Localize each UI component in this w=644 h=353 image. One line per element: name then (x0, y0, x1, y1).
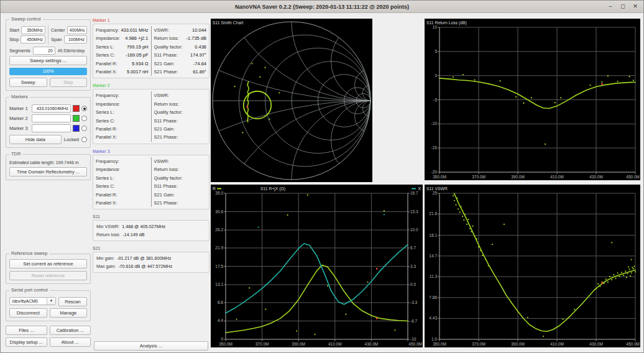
marker-field-row: Return loss:-1.735 dB (154, 34, 207, 42)
marker-field-row: Impedance:4.986 +j2.1 (96, 34, 149, 42)
marker-field-row: Series L: (96, 174, 149, 182)
marker-field-row: Series C:-169.05 pF (96, 51, 149, 59)
window-title: NanoVNA Saver 0.2.2 (Sweep: 2020-01-13 1… (1, 4, 643, 10)
s21-info-title: S21 (93, 246, 209, 250)
field-value: 4.986 +j2.1 (125, 34, 148, 42)
field-label: Return loss: (154, 100, 179, 108)
stop-button[interactable]: Stop (50, 78, 88, 87)
field-label: Series C: (96, 51, 115, 59)
marker-select-radio[interactable] (81, 116, 87, 121)
field-label: Frequency: (96, 157, 119, 165)
markers-group-title: Markers (9, 94, 30, 99)
serial-port-select[interactable]: /dev/ttyACM0 ▼ (9, 297, 56, 305)
svg-text:3.3: 3.3 (410, 264, 416, 268)
svg-text:370.0M: 370.0M (255, 342, 269, 346)
svg-text:-10: -10 (431, 121, 438, 126)
field-value: 10.044 (192, 26, 206, 34)
svg-text:410.0M: 410.0M (550, 342, 564, 346)
field-label: Quality factor: (154, 43, 183, 51)
app-window: NanoVNA Saver 0.2.2 (Sweep: 2020-01-13 1… (0, 0, 644, 353)
info-label: Max gain: (96, 264, 116, 269)
svg-text:370.0M: 370.0M (472, 342, 485, 346)
marker-select-radio[interactable] (81, 126, 87, 131)
marker-select-radio[interactable] (81, 106, 87, 111)
minimize-icon[interactable]: – (607, 1, 614, 12)
about-button[interactable]: About ... (50, 337, 91, 347)
svg-text:7.86: 7.86 (429, 295, 437, 300)
field-label: Quality factor: (154, 108, 183, 116)
hide-data-button[interactable]: Hide data (9, 135, 62, 144)
center-input[interactable] (67, 26, 87, 34)
field-value: 174.97° (190, 51, 206, 59)
set-reference-button[interactable]: Set current as reference (9, 259, 87, 268)
svg-text:450.0M: 450.0M (408, 342, 422, 346)
svg-text:10.0: 10.0 (410, 227, 418, 232)
marker-panel: Frequency:Impedance:Series L:Series C:Pa… (93, 155, 209, 209)
field-label: Impedance: (96, 34, 120, 42)
analysis-button[interactable]: Analysis ... (94, 341, 208, 351)
return-loss-chart-panel[interactable]: 350.0M370.0M390.0M410.0M430.0M450.0M1050… (425, 19, 640, 180)
marker-field-row: Series C: (96, 182, 149, 190)
marker-panel: Frequency:433.011 MHzImpedance:4.986 +j2… (93, 24, 209, 78)
marker-field-row: VSWR: (154, 157, 207, 165)
marker-field-row: Frequency: (96, 91, 149, 99)
marker-row: Marker 2 (9, 114, 87, 122)
field-label: Parallel X: (96, 199, 117, 207)
tdr-button[interactable]: Time Domain Reflectometry ... (9, 167, 87, 176)
svg-text:390.0M: 390.0M (511, 175, 525, 179)
sweep-settings-button[interactable]: Sweep settings ... (9, 56, 87, 65)
field-label: Frequency: (96, 26, 119, 34)
marker-frequency-input[interactable] (32, 104, 71, 112)
rjx-chart-panel[interactable]: 350.0M370.0M390.0M410.0M430.0M450.0M35.0… (211, 185, 423, 347)
svg-text:13.1: 13.1 (215, 282, 223, 287)
field-value: 5.934 Ω (132, 60, 148, 68)
marker-frequency-input[interactable] (32, 124, 71, 132)
info-value: -70.616 dB @ 447.572MHz (118, 264, 172, 269)
step-info: 49.53kHz/step (58, 48, 85, 53)
segments-input[interactable] (33, 47, 55, 55)
stop-input[interactable] (21, 35, 45, 44)
start-label: Start (9, 27, 19, 33)
rescan-button[interactable]: Rescan (58, 297, 87, 306)
smith-chart-panel[interactable]: S11 Smith Chart (211, 19, 372, 182)
svg-text:21.9: 21.9 (215, 245, 223, 250)
locked-radio[interactable] (81, 137, 87, 142)
vswr-chart-panel[interactable]: 350.0M370.0M390.0M410.0M430.0M450.0M2521… (425, 185, 640, 347)
marker-field-row: S21 Phase: (154, 133, 207, 141)
field-label: Impedance: (96, 165, 120, 173)
sweep-button[interactable]: Sweep (9, 78, 47, 87)
svg-text:8.8: 8.8 (218, 300, 223, 305)
marker-color-swatch (73, 125, 80, 132)
span-label: Span (51, 37, 62, 42)
svg-text:6.7: 6.7 (410, 245, 416, 250)
field-label: S21 Phase: (154, 133, 178, 141)
display-setup-button[interactable]: Display setup ... (6, 337, 47, 347)
field-label: Series L: (96, 108, 114, 116)
span-input[interactable] (64, 35, 87, 44)
markers-group: Markers Marker 1Marker 2Marker 3 Hide da… (6, 97, 91, 148)
chevron-down-icon[interactable]: ▼ (47, 298, 55, 305)
sweep-control-group: Sweep control Start Stop (6, 19, 91, 91)
marker-field-row: Frequency: (96, 157, 149, 165)
field-label: Series C: (96, 182, 115, 190)
calibration-button[interactable]: Calibration ... (50, 326, 91, 335)
field-label: VSWR: (154, 91, 170, 99)
charts-area: S11 Smith Chart 350.0M370.0M390.0M410.0M… (211, 13, 643, 352)
files-button[interactable]: Files ... (6, 326, 47, 335)
disconnect-button[interactable]: Disconnect (9, 308, 47, 318)
marker-frequency-input[interactable] (32, 114, 71, 122)
start-input[interactable] (21, 26, 45, 34)
close-icon[interactable]: ✕ (632, 1, 639, 12)
manage-button[interactable]: Manage (50, 308, 88, 318)
cable-length-text: Estimated cable length: 199.7446 m (9, 160, 87, 165)
reset-reference-button[interactable]: Reset reference (9, 271, 87, 280)
field-value: -169.05 pF (126, 51, 148, 59)
maximize-icon[interactable]: ◻ (619, 1, 627, 12)
titlebar[interactable]: NanoVNA Saver 0.2.2 (Sweep: 2020-01-13 1… (1, 1, 643, 13)
marker-label: Marker 3 (9, 126, 30, 131)
info-row: Return loss:-14.149 dB (96, 231, 206, 239)
field-value: -74.64 (193, 60, 206, 68)
svg-text:17.5: 17.5 (215, 264, 223, 268)
tdr-group-title: TDR (9, 151, 22, 157)
marker-field-row: S21 Phase:61.89° (154, 68, 207, 76)
